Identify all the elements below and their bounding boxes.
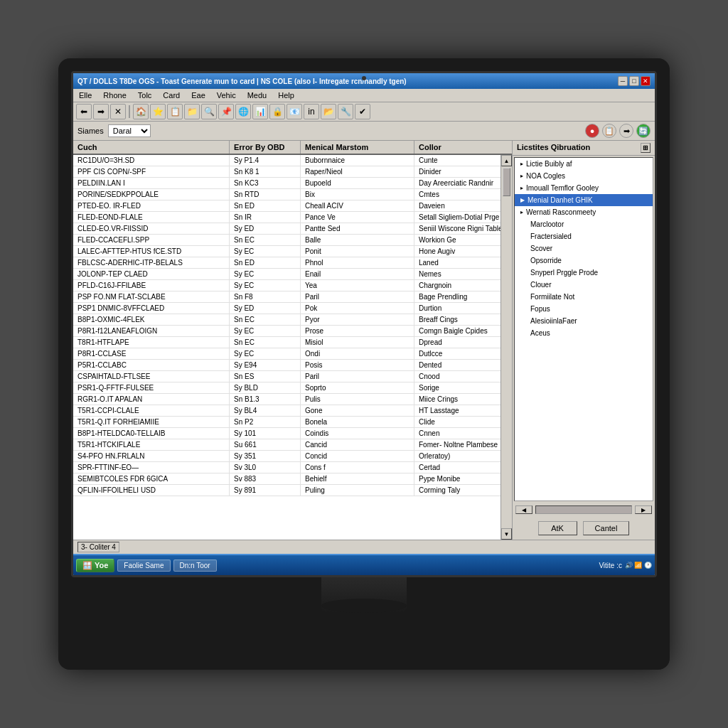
table-row[interactable]: FLED-EOND-FLALESn IRPance VeSetall Sigli… [73,212,500,223]
maximize-button[interactable]: □ [629,76,639,86]
filter-icon-4[interactable]: 🔄 [636,124,651,138]
status-bar: 3- Coliter 4 [73,540,655,554]
expand-arrow-icon: ▶ [520,197,525,203]
right-panel-item[interactable]: ▸Imouall Temflor Gooley [515,182,653,194]
table-body: RC1DU/O=3H.SDSy P1.4BubornnaiceCuntePPF … [73,155,500,540]
toolbar-btn-16[interactable]: 🔧 [338,104,353,119]
right-panel-item[interactable]: ▶Menial Danhet GHIK [515,194,653,206]
scroll-down[interactable]: ▼ [501,528,512,540]
table-cell: Sy ED [230,303,301,314]
scroll-up[interactable]: ▲ [501,155,512,166]
table-row[interactable]: P5R1-CCLABCSy E94PosisDented [73,360,500,371]
toolbar-btn-12[interactable]: 🔒 [269,104,285,119]
menu-card[interactable]: Card [160,90,183,100]
filter-icon-3[interactable]: ➡ [619,124,633,138]
minimize-button[interactable]: ─ [618,76,628,86]
right-panel-item[interactable]: ▸Wernati Rasconmeety [515,206,653,218]
right-panel-item[interactable]: AlesioiinlaFaer [515,315,653,327]
toolbar-btn-2[interactable]: ➡ [93,104,109,119]
menu-rhone[interactable]: Rhone [100,90,129,100]
menu-eae[interactable]: Eae [188,90,208,100]
toolbar-btn-8[interactable]: 🔍 [201,104,217,119]
toolbar-btn-10[interactable]: 🌐 [235,104,251,119]
close-button[interactable]: ✕ [641,76,651,86]
toolbar-btn-13[interactable]: 📧 [287,104,302,119]
table-row[interactable]: PSP FO.NM FLAT-SCLABESn F8ParilBage Pren… [73,291,500,303]
right-scroll-right[interactable]: ▶ [635,505,652,514]
start-button[interactable]: 🪟 Yoe [76,559,114,572]
taskbar-btn-2[interactable]: Dn:n Toor [173,560,217,572]
toolbar-btn-6[interactable]: 📋 [167,104,183,119]
table-row[interactable]: B8P1-OXMIC-4FLEKSn ECPyorBreaff Cings [73,314,500,326]
start-label: Yoe [95,561,108,569]
toolbar-btn-7[interactable]: 📁 [184,104,200,119]
table-cell: Sy P1.4 [230,155,301,166]
table-row[interactable]: B8P1-HTELDCA0-TELLAIBSy 101CoindisCnnen [73,428,500,439]
table-scrollbar[interactable]: ▲ ▼ [500,155,512,540]
toolbar-btn-14[interactable]: in [304,104,319,119]
right-panel-item[interactable]: Fractersialed [515,230,653,242]
table-row[interactable]: LALEC-AFTTEP-HTUS fCE.STDSy ECPonitHone … [73,246,500,257]
table-row[interactable]: PPF CIS COPN/-SPFSn K8 1Raper/NieolDinid… [73,166,500,178]
menu-tolc[interactable]: Tolc [135,90,155,100]
taskbar-btn-1[interactable]: Faolie Same [117,560,170,572]
toolbar-btn-5[interactable]: ⭐ [150,104,166,119]
cancel-button[interactable]: Cantel [583,521,630,535]
menu-medu[interactable]: Medu [245,90,270,100]
toolbar-btn-17[interactable]: ✔ [355,104,370,119]
right-panel-item[interactable]: Scover [515,242,653,255]
table-row[interactable]: FLED-CCACEFLI.SPPSn ECBalleWorkion Ge [73,235,500,246]
ok-button[interactable]: AtK [538,521,577,535]
table-cell: Posis [301,360,414,370]
table-row[interactable]: SPR-FTTINF-EO—Sv 3L0Cons fCertad [73,462,500,473]
toolbar-btn-3[interactable]: ✕ [110,104,126,119]
toolbar-btn-1[interactable]: ⬅ [76,104,92,119]
right-scroll-left[interactable]: ◀ [515,505,532,514]
table-row[interactable]: QFLIN-IFFOILHELI USDSy 891PulingCorming … [73,485,500,496]
toolbar-btn-15[interactable]: 📂 [321,104,336,119]
right-panel-item[interactable]: Aceus [515,327,653,339]
table-row[interactable]: T8R1-HTFLAPESn ECMisiolDpread [73,337,500,348]
toolbar-btn-9[interactable]: 📌 [218,104,234,119]
table-row[interactable]: RC1DU/O=3H.SDSy P1.4BubornnaiceCunte [73,155,500,166]
table-row[interactable]: P8R1-CCLASESy ECOndiDutlcce [73,348,500,360]
menu-help[interactable]: Help [275,90,297,100]
filter-icon-2[interactable]: 📋 [602,124,616,138]
right-panel-item[interactable]: Marclootor [515,218,653,230]
right-panel-expand[interactable]: ⊞ [641,143,651,153]
table-row[interactable]: T5R1-CCPI-CLALESy BL4GoneHT Lasstage [73,405,500,417]
right-panel-item[interactable]: Opsorride [515,255,653,267]
table-row[interactable]: S4-PFO HN.FRLALNSy 351ConcidOrleratoy) [73,451,500,462]
right-panel-item[interactable]: Snyperl Prggle Prode [515,267,653,279]
table-row[interactable]: P8R1-f12LANEAFLOIGNSy ECProseComgn Baigl… [73,326,500,337]
right-panel-item[interactable]: Clouer [515,279,653,291]
right-panel-item[interactable]: Formiilate Not [515,291,653,303]
toolbar-btn-4[interactable]: 🏠 [133,104,149,119]
filter-icon-1[interactable]: ● [585,124,599,138]
table-row[interactable]: PSR1-Q-FFTF-FULSEESy BLDSoprtoSorige [73,382,500,394]
table-row[interactable]: T5R1-Q.IT FORHEIAMIIESn P2BonelaClide [73,417,500,428]
table-row[interactable]: CLED-EO.VR-FIISSIDSy EDPantte SedSeniil … [73,223,500,235]
right-panel-item[interactable]: ▸NOA Cogles [515,170,653,182]
menu-elle[interactable]: Elle [76,90,95,100]
right-panel-item[interactable]: ▸Lictie Buibly af [515,158,653,170]
toolbar-btn-11[interactable]: 📊 [252,104,268,119]
table-cell: PSP FO.NM FLAT-SCLABE [73,291,230,302]
table-row[interactable]: JOLONP-TEP CLAEDSy ECEnailNemes [73,269,500,280]
right-panel-item[interactable]: Fopus [515,303,653,315]
table-row[interactable]: PTED-EO. IR-FLEDSn EDCheall ACIVDaveien [73,200,500,212]
table-row[interactable]: CSPAIHTALD-FTLSEESn ESParilCnood [73,371,500,382]
taskbar-status: Vitite :c [599,562,622,569]
table-row[interactable]: PSP1 DNMIC-8VFFCLAEDSy EDPokDurtion [73,303,500,314]
table-row[interactable]: PELDIIN.LAN ISn KC3BupoeldDay Areerciati… [73,178,500,189]
table-row[interactable]: RGR1-O.IT APALANSn B1.3PulisMiice Crings [73,394,500,405]
table-row[interactable]: T5R1-HTCKIFLALESu 661CancidFomer- Noltne… [73,439,500,451]
right-scroll-thumb[interactable] [535,505,632,514]
table-row[interactable]: PORINE/SEDKPPOLALESn RTDBixCmtes [73,189,500,200]
filter-select-1[interactable]: Daral [108,124,151,137]
table-row[interactable]: PFLD-C16J-FFILABESy ECYeaChargnoin [73,280,500,291]
table-row[interactable]: FBLCSC-ADERHIC-ITP-BELALSSn EDPhnolLaned [73,257,500,269]
table-row[interactable]: SEMIBTCOLES FDR 6GICASv 883BehielfPype M… [73,473,500,485]
scroll-thumb[interactable] [503,168,510,196]
menu-vehic[interactable]: Vehic [214,90,239,100]
